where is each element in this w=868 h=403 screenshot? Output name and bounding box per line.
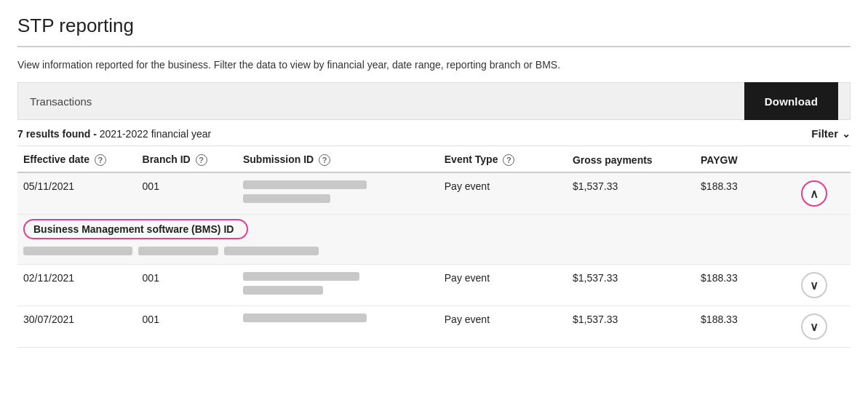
cell-submission-id-3 (237, 306, 439, 348)
page-title: STP reporting (17, 15, 851, 47)
cell-gross-1: $1,537.33 (567, 172, 695, 215)
financial-year-label: 2021-2022 financial year (100, 128, 211, 140)
filter-label: Filter (811, 127, 838, 140)
cell-gross-3: $1,537.33 (567, 306, 695, 348)
toolbar-label: Transactions (30, 95, 92, 108)
filter-button[interactable]: Filter ⌄ (811, 127, 851, 140)
table-row: 30/07/2021 001 Pay event $1,537.33 $188.… (17, 306, 851, 348)
cell-effective-date-1: 05/11/2021 (17, 172, 137, 215)
header-action (795, 146, 851, 172)
header-gross-payments: Gross payments (567, 146, 695, 172)
expand-button-2[interactable]: ∨ (801, 272, 827, 298)
help-icon-event-type[interactable]: ? (503, 154, 514, 166)
bms-id-label: Business Management software (BMS) ID (23, 219, 248, 239)
table-header-row: Effective date ? Branch ID ? Submission … (17, 146, 851, 172)
header-paygw: PAYGW (695, 146, 795, 172)
chevron-down-icon: ⌄ (842, 128, 851, 140)
collapse-button-1[interactable]: ∧ (801, 180, 827, 207)
header-branch-id: Branch ID ? (137, 146, 237, 172)
cell-action-3: ∨ (795, 306, 851, 348)
header-submission-id: Submission ID ? (237, 146, 439, 172)
cell-action-1: ∧ (795, 172, 851, 215)
toolbar: Transactions Download (17, 82, 851, 120)
table-row: 05/11/2021 001 Pay event $1,537.33 $188.… (17, 172, 851, 215)
table-expanded-row-1: Business Management software (BMS) ID (17, 215, 851, 265)
cell-gross-2: $1,537.33 (567, 265, 695, 306)
help-icon-branch-id[interactable]: ? (196, 154, 207, 166)
cell-paygw-2: $188.33 (695, 265, 795, 306)
cell-effective-date-3: 30/07/2021 (17, 306, 137, 348)
cell-branch-id-2: 001 (137, 265, 237, 306)
results-count-text: 7 results found - 2021-2022 financial ye… (17, 128, 211, 140)
cell-paygw-3: $188.33 (695, 306, 795, 348)
header-event-type: Event Type ? (439, 146, 567, 172)
expanded-detail-cell-1: Business Management software (BMS) ID (17, 215, 851, 265)
cell-submission-id-1 (237, 172, 439, 215)
page-description: View information reported for the busine… (17, 59, 851, 71)
header-effective-date: Effective date ? (17, 146, 137, 172)
results-count: 7 results found - (17, 128, 100, 140)
cell-submission-id-2 (237, 265, 439, 306)
cell-effective-date-2: 02/11/2021 (17, 265, 137, 306)
cell-event-type-2: Pay event (439, 265, 567, 306)
download-button[interactable]: Download (744, 82, 838, 120)
cell-paygw-1: $188.33 (695, 172, 795, 215)
results-bar: 7 results found - 2021-2022 financial ye… (17, 120, 851, 146)
help-icon-effective-date[interactable]: ? (95, 154, 106, 166)
transactions-table: Effective date ? Branch ID ? Submission … (17, 146, 851, 348)
cell-branch-id-1: 001 (137, 172, 237, 215)
expand-button-3[interactable]: ∨ (801, 314, 827, 340)
table-row: 02/11/2021 001 Pay event $1,537.33 $188.… (17, 265, 851, 306)
cell-action-2: ∨ (795, 265, 851, 306)
cell-event-type-1: Pay event (439, 172, 567, 215)
cell-branch-id-3: 001 (137, 306, 237, 348)
cell-event-type-3: Pay event (439, 306, 567, 348)
help-icon-submission-id[interactable]: ? (319, 154, 330, 166)
